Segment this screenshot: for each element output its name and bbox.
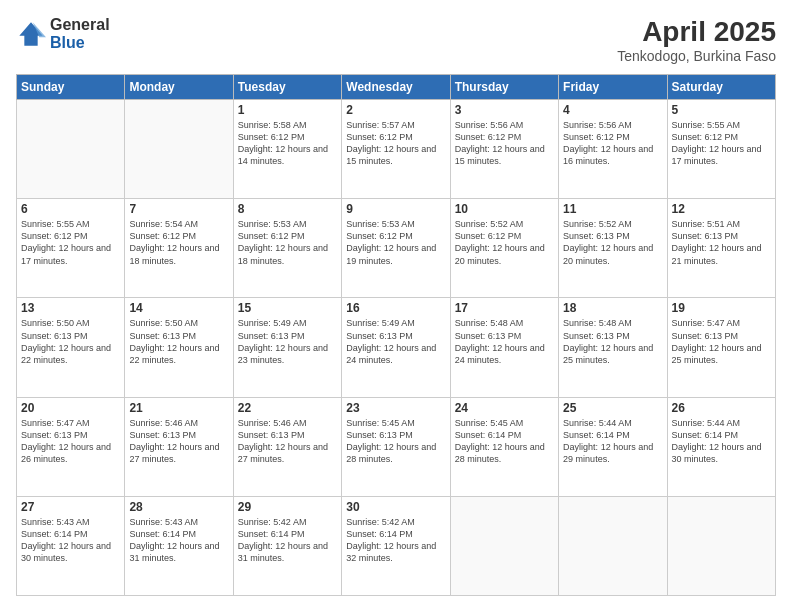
header-friday: Friday (559, 75, 667, 100)
day-info: Sunrise: 5:53 AM Sunset: 6:12 PM Dayligh… (346, 218, 445, 267)
day-number: 13 (21, 301, 120, 315)
calendar-cell: 26Sunrise: 5:44 AM Sunset: 6:14 PM Dayli… (667, 397, 775, 496)
week-row-4: 27Sunrise: 5:43 AM Sunset: 6:14 PM Dayli… (17, 496, 776, 595)
calendar-cell: 1Sunrise: 5:58 AM Sunset: 6:12 PM Daylig… (233, 100, 341, 199)
day-number: 4 (563, 103, 662, 117)
day-info: Sunrise: 5:42 AM Sunset: 6:14 PM Dayligh… (346, 516, 445, 565)
day-info: Sunrise: 5:58 AM Sunset: 6:12 PM Dayligh… (238, 119, 337, 168)
calendar-cell: 21Sunrise: 5:46 AM Sunset: 6:13 PM Dayli… (125, 397, 233, 496)
calendar-cell: 15Sunrise: 5:49 AM Sunset: 6:13 PM Dayli… (233, 298, 341, 397)
header-tuesday: Tuesday (233, 75, 341, 100)
day-info: Sunrise: 5:53 AM Sunset: 6:12 PM Dayligh… (238, 218, 337, 267)
day-number: 28 (129, 500, 228, 514)
day-info: Sunrise: 5:56 AM Sunset: 6:12 PM Dayligh… (455, 119, 554, 168)
calendar-cell: 29Sunrise: 5:42 AM Sunset: 6:14 PM Dayli… (233, 496, 341, 595)
week-row-3: 20Sunrise: 5:47 AM Sunset: 6:13 PM Dayli… (17, 397, 776, 496)
day-number: 18 (563, 301, 662, 315)
week-row-2: 13Sunrise: 5:50 AM Sunset: 6:13 PM Dayli… (17, 298, 776, 397)
week-row-1: 6Sunrise: 5:55 AM Sunset: 6:12 PM Daylig… (17, 199, 776, 298)
day-number: 27 (21, 500, 120, 514)
header-row: Sunday Monday Tuesday Wednesday Thursday… (17, 75, 776, 100)
calendar-cell: 28Sunrise: 5:43 AM Sunset: 6:14 PM Dayli… (125, 496, 233, 595)
calendar-cell: 5Sunrise: 5:55 AM Sunset: 6:12 PM Daylig… (667, 100, 775, 199)
day-info: Sunrise: 5:48 AM Sunset: 6:13 PM Dayligh… (455, 317, 554, 366)
header-wednesday: Wednesday (342, 75, 450, 100)
day-number: 3 (455, 103, 554, 117)
calendar-cell: 18Sunrise: 5:48 AM Sunset: 6:13 PM Dayli… (559, 298, 667, 397)
calendar-cell: 20Sunrise: 5:47 AM Sunset: 6:13 PM Dayli… (17, 397, 125, 496)
day-number: 9 (346, 202, 445, 216)
day-info: Sunrise: 5:52 AM Sunset: 6:12 PM Dayligh… (455, 218, 554, 267)
calendar-cell (667, 496, 775, 595)
calendar-cell (17, 100, 125, 199)
calendar-cell: 22Sunrise: 5:46 AM Sunset: 6:13 PM Dayli… (233, 397, 341, 496)
day-info: Sunrise: 5:47 AM Sunset: 6:13 PM Dayligh… (21, 417, 120, 466)
day-info: Sunrise: 5:51 AM Sunset: 6:13 PM Dayligh… (672, 218, 771, 267)
day-number: 25 (563, 401, 662, 415)
logo-blue-text: Blue (50, 34, 110, 52)
calendar-cell: 9Sunrise: 5:53 AM Sunset: 6:12 PM Daylig… (342, 199, 450, 298)
calendar-cell (450, 496, 558, 595)
calendar-cell: 25Sunrise: 5:44 AM Sunset: 6:14 PM Dayli… (559, 397, 667, 496)
day-info: Sunrise: 5:45 AM Sunset: 6:13 PM Dayligh… (346, 417, 445, 466)
calendar-cell: 24Sunrise: 5:45 AM Sunset: 6:14 PM Dayli… (450, 397, 558, 496)
day-info: Sunrise: 5:49 AM Sunset: 6:13 PM Dayligh… (346, 317, 445, 366)
header-sunday: Sunday (17, 75, 125, 100)
day-info: Sunrise: 5:57 AM Sunset: 6:12 PM Dayligh… (346, 119, 445, 168)
calendar-cell: 11Sunrise: 5:52 AM Sunset: 6:13 PM Dayli… (559, 199, 667, 298)
day-number: 14 (129, 301, 228, 315)
day-number: 16 (346, 301, 445, 315)
day-number: 26 (672, 401, 771, 415)
calendar-cell: 12Sunrise: 5:51 AM Sunset: 6:13 PM Dayli… (667, 199, 775, 298)
day-number: 15 (238, 301, 337, 315)
day-info: Sunrise: 5:50 AM Sunset: 6:13 PM Dayligh… (21, 317, 120, 366)
day-number: 30 (346, 500, 445, 514)
day-number: 12 (672, 202, 771, 216)
day-number: 2 (346, 103, 445, 117)
day-info: Sunrise: 5:55 AM Sunset: 6:12 PM Dayligh… (21, 218, 120, 267)
day-number: 8 (238, 202, 337, 216)
calendar-cell: 2Sunrise: 5:57 AM Sunset: 6:12 PM Daylig… (342, 100, 450, 199)
day-number: 29 (238, 500, 337, 514)
day-number: 10 (455, 202, 554, 216)
day-info: Sunrise: 5:56 AM Sunset: 6:12 PM Dayligh… (563, 119, 662, 168)
day-info: Sunrise: 5:46 AM Sunset: 6:13 PM Dayligh… (129, 417, 228, 466)
calendar-cell: 10Sunrise: 5:52 AM Sunset: 6:12 PM Dayli… (450, 199, 558, 298)
header-monday: Monday (125, 75, 233, 100)
page: General Blue April 2025 Tenkodogo, Burki… (0, 0, 792, 612)
day-info: Sunrise: 5:48 AM Sunset: 6:13 PM Dayligh… (563, 317, 662, 366)
day-info: Sunrise: 5:43 AM Sunset: 6:14 PM Dayligh… (21, 516, 120, 565)
calendar-header: Sunday Monday Tuesday Wednesday Thursday… (17, 75, 776, 100)
day-info: Sunrise: 5:52 AM Sunset: 6:13 PM Dayligh… (563, 218, 662, 267)
calendar-cell: 13Sunrise: 5:50 AM Sunset: 6:13 PM Dayli… (17, 298, 125, 397)
calendar-body: 1Sunrise: 5:58 AM Sunset: 6:12 PM Daylig… (17, 100, 776, 596)
calendar-cell: 8Sunrise: 5:53 AM Sunset: 6:12 PM Daylig… (233, 199, 341, 298)
calendar-cell: 14Sunrise: 5:50 AM Sunset: 6:13 PM Dayli… (125, 298, 233, 397)
logo-text: General Blue (50, 16, 110, 51)
main-title: April 2025 (617, 16, 776, 48)
calendar-table: Sunday Monday Tuesday Wednesday Thursday… (16, 74, 776, 596)
logo-icon (16, 19, 46, 49)
calendar-cell: 6Sunrise: 5:55 AM Sunset: 6:12 PM Daylig… (17, 199, 125, 298)
logo-general-text: General (50, 16, 110, 34)
day-number: 23 (346, 401, 445, 415)
header-thursday: Thursday (450, 75, 558, 100)
calendar-cell: 23Sunrise: 5:45 AM Sunset: 6:13 PM Dayli… (342, 397, 450, 496)
day-info: Sunrise: 5:43 AM Sunset: 6:14 PM Dayligh… (129, 516, 228, 565)
day-info: Sunrise: 5:44 AM Sunset: 6:14 PM Dayligh… (672, 417, 771, 466)
title-block: April 2025 Tenkodogo, Burkina Faso (617, 16, 776, 64)
calendar-cell: 30Sunrise: 5:42 AM Sunset: 6:14 PM Dayli… (342, 496, 450, 595)
calendar-cell: 7Sunrise: 5:54 AM Sunset: 6:12 PM Daylig… (125, 199, 233, 298)
day-number: 1 (238, 103, 337, 117)
day-number: 20 (21, 401, 120, 415)
day-info: Sunrise: 5:45 AM Sunset: 6:14 PM Dayligh… (455, 417, 554, 466)
calendar-cell: 19Sunrise: 5:47 AM Sunset: 6:13 PM Dayli… (667, 298, 775, 397)
day-number: 11 (563, 202, 662, 216)
day-number: 21 (129, 401, 228, 415)
day-info: Sunrise: 5:50 AM Sunset: 6:13 PM Dayligh… (129, 317, 228, 366)
day-info: Sunrise: 5:46 AM Sunset: 6:13 PM Dayligh… (238, 417, 337, 466)
calendar-cell: 4Sunrise: 5:56 AM Sunset: 6:12 PM Daylig… (559, 100, 667, 199)
calendar-cell (559, 496, 667, 595)
day-number: 6 (21, 202, 120, 216)
day-info: Sunrise: 5:55 AM Sunset: 6:12 PM Dayligh… (672, 119, 771, 168)
